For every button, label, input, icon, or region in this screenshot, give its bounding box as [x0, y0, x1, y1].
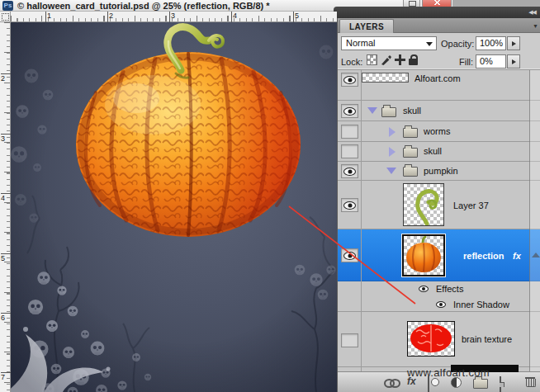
blend-mode-select[interactable]: Normal [341, 36, 437, 50]
layer-list: Alfoart.com skull worms skull [338, 70, 540, 371]
collapse-group-icon[interactable] [367, 107, 377, 114]
visibility-toggle[interactable] [341, 198, 358, 212]
layer-name[interactable]: brain texture [462, 334, 512, 344]
fill-slider-button[interactable] [507, 54, 520, 68]
effects-header-row[interactable]: Effects [338, 281, 540, 297]
folder-icon [381, 107, 396, 117]
layer-row-alfoart[interactable]: Alfoart.com [338, 70, 540, 101]
blend-mode-value: Normal [346, 38, 375, 48]
group-row-skull[interactable]: skull [338, 101, 540, 121]
eye-icon [343, 107, 356, 116]
ruler-number: 5 [295, 12, 299, 20]
effect-row-inner-shadow[interactable]: Inner Shadow [338, 297, 540, 312]
panel-tab-bar: LAYERS ▼ [338, 18, 540, 33]
horizontal-ruler[interactable]: 1 2 3 4 5 [11, 12, 337, 22]
layer-list-scroll-track[interactable] [529, 70, 540, 371]
layer-name[interactable]: Layer 37 [453, 201, 489, 210]
group-name[interactable]: skull [403, 106, 421, 116]
layer-row-brain-texture[interactable]: brain texture [338, 314, 540, 367]
ruler-number: 4 [233, 12, 237, 20]
layer-list-divider [361, 70, 362, 371]
ruler-number: 6 [1, 314, 5, 322]
layer-thumbnail[interactable] [362, 73, 409, 83]
group-row-worms[interactable]: worms [338, 121, 540, 142]
layer-thumbnail[interactable] [402, 234, 445, 276]
panel-dock-header: ◀◀ [334, 7, 540, 18]
layer-row-reflection-selected[interactable]: reflection fx [338, 229, 540, 281]
collapse-group-icon[interactable] [386, 168, 396, 174]
lock-transparent-pixels-icon[interactable] [367, 54, 377, 65]
group-name[interactable]: worms [424, 126, 450, 136]
lock-label: Lock: [341, 57, 362, 67]
visibility-toggle[interactable] [341, 125, 358, 139]
ruler-number: 3 [171, 12, 175, 20]
visibility-toggle[interactable] [341, 248, 358, 262]
layer-thumbnail[interactable] [403, 183, 444, 226]
eye-icon [343, 252, 356, 260]
photoshop-app-icon: Ps [2, 1, 13, 11]
opacity-slider-button[interactable] [507, 36, 520, 50]
layer-row-layer37[interactable]: Layer 37 [338, 181, 540, 229]
visibility-toggle[interactable] [341, 144, 358, 158]
ruler-number: 4 [1, 194, 5, 202]
lock-position-icon[interactable] [395, 54, 405, 65]
effects-label[interactable]: Effects [436, 284, 463, 294]
lock-image-pixels-icon[interactable] [381, 54, 391, 65]
layer-name[interactable]: reflection [463, 251, 504, 261]
group-name[interactable]: pumpkin [424, 166, 458, 176]
ruler-number: 2 [1, 74, 5, 83]
visibility-toggle[interactable] [341, 164, 358, 178]
photoshop-window: Ps © halloween_card_tutorial.psd @ 25% (… [0, 0, 540, 392]
panel-menu-icon[interactable]: ▼ [533, 23, 538, 29]
chevron-down-icon [426, 42, 433, 46]
ruler-number: 5 [1, 254, 5, 262]
visibility-toggle[interactable] [341, 333, 358, 347]
stem-thumbnail-art [404, 184, 443, 225]
tab-layers[interactable]: LAYERS [339, 19, 394, 33]
group-row-pumpkin[interactable]: pumpkin [338, 162, 540, 181]
document-title: © halloween_card_tutorial.psd @ 25% (ref… [17, 1, 270, 11]
fill-label: Fill: [459, 57, 473, 67]
effect-label[interactable]: Inner Shadow [453, 300, 509, 309]
folder-icon [403, 167, 418, 177]
eye-icon [343, 76, 356, 84]
eye-icon [343, 201, 356, 210]
layer-name[interactable]: Alfoart.com [414, 73, 461, 83]
layer-thumbnail[interactable] [407, 321, 455, 357]
folder-icon [403, 128, 418, 138]
eye-icon[interactable] [436, 301, 446, 308]
layers-panel: LAYERS ▼ Normal Opacity: 100% Lock: Fill… [337, 18, 540, 392]
opacity-input[interactable]: 100% [476, 36, 506, 50]
folder-icon [403, 148, 418, 158]
brain-thumbnail-art [408, 322, 454, 356]
new-group-icon[interactable] [473, 379, 488, 389]
eye-icon [343, 168, 356, 176]
watermark-text: www.alfoart.com [407, 366, 490, 379]
ruler-number: 3 [1, 135, 5, 143]
group-name[interactable]: skull [424, 146, 442, 156]
fill-input[interactable]: 0% [476, 54, 506, 68]
ruler-number: 7 [1, 373, 5, 381]
eye-icon[interactable] [419, 286, 429, 292]
expand-group-icon[interactable] [389, 127, 396, 137]
document-canvas[interactable] [11, 22, 337, 392]
opacity-label: Opacity: [441, 39, 474, 49]
ruler-number: 1 [47, 12, 51, 20]
pumpkin-thumbnail-art [404, 236, 443, 275]
layer-styles-badge[interactable]: fx [513, 251, 521, 261]
ruler-origin-box[interactable] [0, 12, 11, 22]
vertical-ruler[interactable]: 2 3 4 5 6 7 [0, 22, 11, 392]
visibility-toggle[interactable] [341, 73, 358, 87]
panel-controls: Normal Opacity: 100% Lock: Fill: 0% [338, 33, 540, 70]
visibility-toggle[interactable] [341, 104, 358, 118]
new-layer-icon[interactable] [500, 376, 501, 392]
expand-group-icon[interactable] [389, 147, 396, 157]
ruler-number: 2 [109, 12, 113, 20]
group-row-skull-inner[interactable]: skull [338, 142, 540, 162]
lock-all-icon[interactable] [409, 54, 418, 65]
collapse-panels-icon[interactable]: ◀◀ [528, 9, 536, 16]
canvas-artwork [11, 22, 337, 392]
